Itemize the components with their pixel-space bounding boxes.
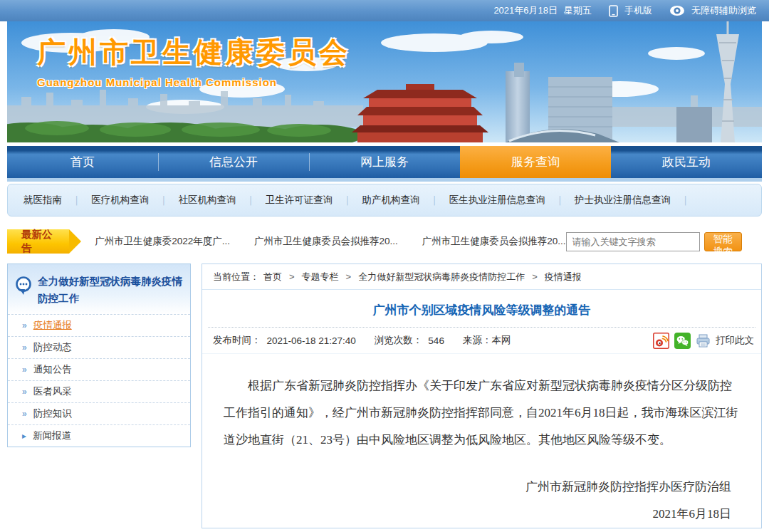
signature-date: 2021年6月18日 bbox=[202, 501, 731, 528]
chevron-right-icon: » bbox=[22, 320, 27, 330]
mobile-version-link[interactable]: 手机版 bbox=[624, 4, 652, 17]
sidebar-title: 全力做好新型冠状病毒肺炎疫情防控工作 bbox=[38, 273, 183, 307]
nav-underline bbox=[7, 178, 762, 182]
main-navigation: 首页 信息公开 网上服务 服务查询 政民互动 bbox=[7, 146, 762, 178]
left-sidebar: 全力做好新型冠状病毒肺炎疫情防控工作 » 疫情通报 » 防控动态 » 通知公告 … bbox=[7, 264, 191, 447]
sidebar-item-news-reports[interactable]: ▸ 新闻报道 bbox=[8, 424, 190, 447]
subnav-item-doctor-registration[interactable]: 医生执业注册信息查询 bbox=[449, 194, 545, 207]
breadcrumb-separator: > bbox=[289, 271, 295, 282]
subnav-divider: ｜ bbox=[342, 194, 352, 207]
printer-icon[interactable] bbox=[696, 334, 711, 348]
chevron-right-icon: ▸ bbox=[22, 431, 26, 441]
breadcrumb-home[interactable]: 首页 bbox=[263, 271, 282, 283]
subnav-divider: ｜ bbox=[429, 194, 439, 207]
current-weekday: 星期五 bbox=[564, 4, 592, 17]
site-logo: 广州市卫生健康委员会 Guangzhou Municipal Health Co… bbox=[37, 33, 350, 88]
subnav-item-midwifery-org[interactable]: 助产机构查询 bbox=[362, 194, 419, 207]
publish-time-value: 2021-06-18 21:27:40 bbox=[267, 335, 356, 346]
article-meta: 发布时间： 2021-06-18 21:27:40 浏览次数： 546 来源：本… bbox=[202, 328, 761, 354]
article-panel: 当前位置： 首页 > 专题专栏 > 全力做好新型冠状病毒肺炎疫情防控工作 > 疫… bbox=[202, 264, 762, 528]
chevron-right-icon: » bbox=[22, 409, 27, 419]
accessibility-eye-icon bbox=[669, 5, 685, 16]
latest-announcement-badge: 最新公告 bbox=[7, 229, 69, 254]
subnav-item-guide[interactable]: 就医指南 bbox=[23, 194, 62, 207]
article-title: 广州市个别区域疫情风险等级调整的通告 bbox=[202, 302, 761, 318]
article-signature: 广州市新冠肺炎防控指挥办医疗防治组 2021年6月18日 bbox=[202, 474, 731, 528]
subnav-item-hygiene-license[interactable]: 卫生许可证查询 bbox=[266, 194, 333, 207]
chevron-right-icon: » bbox=[22, 365, 27, 375]
sidebar-item-prevention-knowledge[interactable]: » 防控知识 bbox=[8, 402, 190, 424]
subnav-item-nurse-registration[interactable]: 护士执业注册信息查询 bbox=[575, 194, 671, 207]
publish-time-label: 发布时间： bbox=[213, 334, 261, 347]
mobile-phone-icon bbox=[609, 5, 618, 17]
announcement-links: 广州市卫生健康委2022年度广... 广州市卫生健康委员会拟推荐20... 广州… bbox=[95, 235, 565, 248]
sidebar-item-label: 医者风采 bbox=[33, 385, 72, 398]
subnav-divider: ｜ bbox=[555, 194, 565, 207]
nav-tab-service-query[interactable]: 服务查询 bbox=[460, 146, 611, 178]
nav-tab-home[interactable]: 首页 bbox=[7, 146, 158, 178]
sidebar-item-doctor-profiles[interactable]: » 医者风采 bbox=[8, 380, 190, 402]
announcement-link[interactable]: 广州市卫生健康委员会拟推荐20... bbox=[254, 235, 398, 248]
sidebar-item-label: 新闻报道 bbox=[33, 429, 71, 442]
site-subtitle: Guangzhou Municipal Health Commission bbox=[37, 76, 350, 88]
subnav-divider: ｜ bbox=[681, 194, 690, 207]
smart-search-button[interactable]: 智能搜索 bbox=[704, 232, 742, 251]
views-label: 浏览次数： bbox=[375, 334, 423, 347]
sidebar-item-label: 疫情通报 bbox=[33, 319, 72, 332]
sub-navigation: 就医指南｜ 医疗机构查询｜ 社区机构查询｜ 卫生许可证查询｜ 助产机构查询｜ 医… bbox=[7, 184, 762, 217]
chevron-right-icon: » bbox=[22, 387, 27, 397]
sidebar-item-epidemic-report[interactable]: » 疫情通报 bbox=[8, 314, 190, 336]
sidebar-item-label: 防控知识 bbox=[33, 407, 72, 420]
sidebar-item-notices[interactable]: » 通知公告 bbox=[8, 358, 190, 380]
subnav-divider: ｜ bbox=[72, 194, 81, 207]
nav-tab-info-disclosure[interactable]: 信息公开 bbox=[158, 146, 309, 178]
announcement-bar: 最新公告 广州市卫生健康委2022年度广... 广州市卫生健康委员会拟推荐20.… bbox=[7, 229, 762, 254]
site-title: 广州市卫生健康委员会 bbox=[37, 33, 350, 72]
current-date: 2021年6月18日 bbox=[493, 4, 558, 17]
nav-tab-public-interaction[interactable]: 政民互动 bbox=[611, 146, 762, 178]
source-label: 来源：本网 bbox=[463, 334, 511, 347]
subnav-divider: ｜ bbox=[246, 194, 255, 207]
nav-tab-online-services[interactable]: 网上服务 bbox=[309, 146, 460, 178]
breadcrumb: 当前位置： 首页 > 专题专栏 > 全力做好新型冠状病毒肺炎疫情防控工作 > 疫… bbox=[202, 264, 761, 290]
subnav-item-medical-org[interactable]: 医疗机构查询 bbox=[91, 194, 149, 207]
subnav-divider: ｜ bbox=[159, 194, 168, 207]
article-body: 根据广东省新冠肺炎防控指挥办《关于印发广东省应对新型冠状病毒肺炎疫情分区分级防控… bbox=[224, 372, 740, 454]
site-banner: 广州市卫生健康委员会 Guangzhou Municipal Health Co… bbox=[7, 21, 762, 142]
announcement-link[interactable]: 广州市卫生健康委员会拟推荐20... bbox=[422, 235, 566, 248]
breadcrumb-covid-section[interactable]: 全力做好新型冠状病毒肺炎疫情防控工作 bbox=[358, 271, 525, 283]
breadcrumb-prefix: 当前位置： bbox=[213, 271, 259, 283]
sidebar-item-control-updates[interactable]: » 防控动态 bbox=[8, 336, 190, 358]
breadcrumb-epidemic-report[interactable]: 疫情通报 bbox=[545, 271, 582, 283]
signature-org: 广州市新冠肺炎防控指挥办医疗防治组 bbox=[202, 474, 731, 501]
top-utility-bar: 2021年6月18日 星期五 手机版 无障碍辅助浏览 bbox=[0, 0, 769, 21]
sidebar-item-label: 通知公告 bbox=[33, 363, 72, 376]
site-search: 智能搜索 bbox=[566, 232, 742, 251]
sidebar-item-label: 防控动态 bbox=[33, 341, 72, 354]
views-value: 546 bbox=[428, 335, 444, 346]
weibo-share-icon[interactable] bbox=[653, 333, 669, 349]
accessibility-link[interactable]: 无障碍辅助浏览 bbox=[691, 4, 756, 17]
wechat-share-icon[interactable] bbox=[674, 333, 691, 349]
sidebar-header: 全力做好新型冠状病毒肺炎疫情防控工作 bbox=[8, 264, 190, 314]
search-input[interactable] bbox=[566, 232, 700, 251]
speech-bubble-icon bbox=[14, 276, 33, 307]
main-area: 全力做好新型冠状病毒肺炎疫情防控工作 » 疫情通报 » 防控动态 » 通知公告 … bbox=[7, 264, 762, 528]
announcement-link[interactable]: 广州市卫生健康委2022年度广... bbox=[95, 235, 230, 248]
breadcrumb-special-topics[interactable]: 专题专栏 bbox=[302, 271, 339, 283]
print-article-link[interactable]: 打印此文 bbox=[716, 334, 754, 347]
breadcrumb-separator: > bbox=[346, 271, 352, 282]
breadcrumb-separator: > bbox=[532, 271, 538, 282]
subnav-item-community-org[interactable]: 社区机构查询 bbox=[178, 194, 236, 207]
chevron-right-icon: » bbox=[22, 343, 27, 353]
